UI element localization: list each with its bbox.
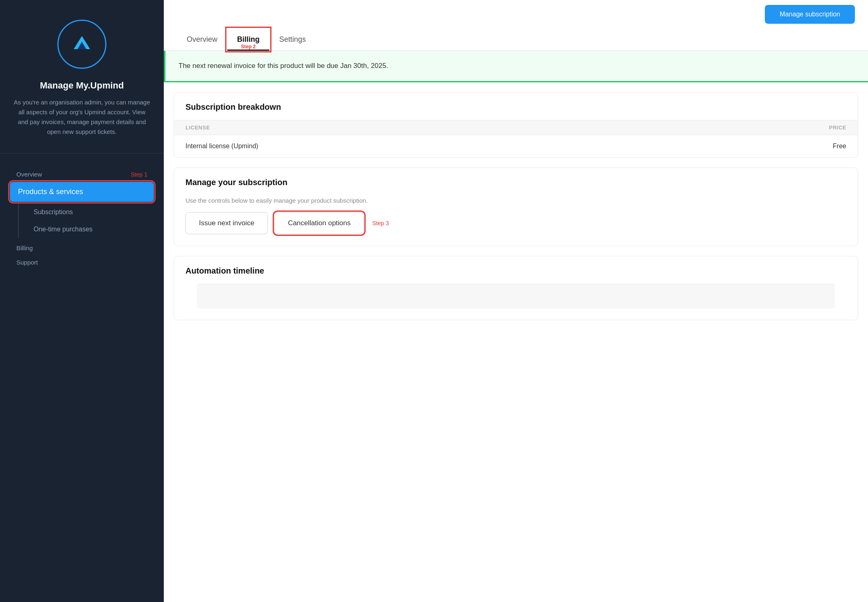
support-nav-item[interactable]: Support xyxy=(10,255,154,270)
manage-buttons: Issue next invoice Cancellation options … xyxy=(174,212,858,246)
renewal-notice: The next renewal invoice for this produc… xyxy=(164,51,868,81)
step1-label: Step 1 xyxy=(131,171,147,178)
issue-next-invoice-button[interactable]: Issue next invoice xyxy=(185,212,268,234)
manage-subscription-button[interactable]: Manage subscription xyxy=(765,5,855,24)
cancellation-options-button[interactable]: Cancellation options xyxy=(274,212,364,234)
green-divider xyxy=(164,81,868,82)
tab-billing[interactable]: Billing Step 2 xyxy=(227,29,269,50)
overview-nav-item[interactable]: Overview Step 1 xyxy=(10,167,154,182)
sidebar-title: Manage My.Upmind xyxy=(40,80,124,91)
logo-circle xyxy=(57,20,106,69)
sidebar-navigation: Overview Step 1 Products & services Subs… xyxy=(0,154,164,602)
renewal-notice-text: The next renewal invoice for this produc… xyxy=(179,62,388,70)
billing-label: Billing xyxy=(16,244,33,251)
table-row: Internal license (Upmind) Free xyxy=(174,135,858,157)
tab-settings[interactable]: Settings xyxy=(269,29,316,50)
subscriptions-label: Subscriptions xyxy=(34,208,73,215)
top-bar: Manage subscription xyxy=(164,0,868,29)
automation-timeline-title: Automation timeline xyxy=(174,256,858,284)
main-content: Manage subscription Overview Billing Ste… xyxy=(164,0,868,602)
step3-label: Step 3 xyxy=(372,220,389,226)
support-label: Support xyxy=(16,259,38,266)
price-cell: Free xyxy=(833,143,846,150)
sidebar-header: Manage My.Upmind As you're an organisati… xyxy=(0,0,164,154)
automation-timeline-card: Automation timeline xyxy=(174,256,858,320)
tab-overview[interactable]: Overview xyxy=(177,29,227,50)
products-sub-items: Subscriptions One-time purchases xyxy=(18,204,154,238)
manage-subscription-card: Manage your subscription Use the control… xyxy=(174,167,858,246)
billing-nav-item[interactable]: Billing xyxy=(10,238,154,255)
tab-billing-step: Step 2 xyxy=(241,44,256,50)
price-col-header: PRICE xyxy=(829,124,846,131)
table-header: LICENSE PRICE xyxy=(174,120,858,135)
one-time-label: One-time purchases xyxy=(34,226,93,233)
automation-timeline-content xyxy=(197,284,835,308)
subscriptions-nav-item[interactable]: Subscriptions xyxy=(27,204,154,221)
license-col-header: LICENSE xyxy=(185,124,210,131)
one-time-purchases-nav-item[interactable]: One-time purchases xyxy=(27,221,154,238)
overview-label: Overview xyxy=(16,171,42,178)
manage-subscription-desc: Use the controls below to easily manage … xyxy=(174,195,858,212)
manage-subscription-title: Manage your subscription xyxy=(174,168,858,195)
subscription-breakdown-card: Subscription breakdown LICENSE PRICE Int… xyxy=(174,92,858,158)
upmind-logo-icon xyxy=(69,31,95,57)
sidebar: Manage My.Upmind As you're an organisati… xyxy=(0,0,164,602)
subscription-breakdown-title: Subscription breakdown xyxy=(174,93,858,120)
license-cell: Internal license (Upmind) xyxy=(185,143,258,150)
tabs-bar: Overview Billing Step 2 Settings xyxy=(164,29,868,51)
sidebar-description: As you're an organisation admin, you can… xyxy=(13,97,151,137)
products-services-nav-item[interactable]: Products & services xyxy=(10,182,154,202)
products-services-label: Products & services xyxy=(18,188,83,196)
